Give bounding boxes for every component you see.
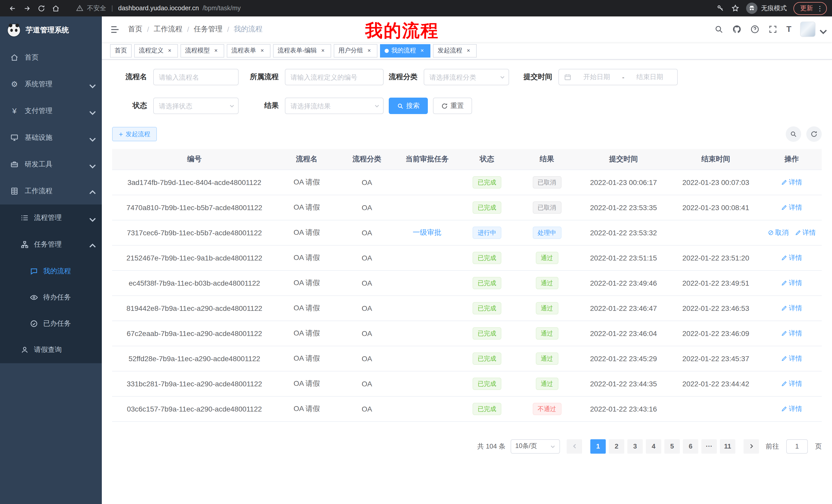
category-select[interactable] xyxy=(424,69,509,85)
page-size-select[interactable]: 10条/页 xyxy=(511,439,560,453)
browser-reload-icon[interactable] xyxy=(34,1,48,16)
workflow-submenu: 流程管理 任务管理 我的流程 待办任务 xyxy=(0,204,102,363)
current-task-link[interactable]: 一级审批 xyxy=(413,228,441,237)
sidebar-item-dev-tools[interactable]: 研发工具 xyxy=(0,151,102,178)
sidebar-item-task-management[interactable]: 任务管理 xyxy=(0,231,102,258)
sidebar-item-process-management[interactable]: 流程管理 xyxy=(0,204,102,231)
detail-link[interactable]: 详情 xyxy=(781,303,802,313)
hamburger-icon[interactable] xyxy=(110,24,120,34)
browser-home-icon[interactable] xyxy=(48,1,63,16)
avatar[interactable] xyxy=(800,22,815,37)
sidebar-item-payment[interactable]: ¥ 支付管理 xyxy=(0,97,102,124)
cell-process-id: 2152467e-7b9b-11ec-9a1b-acde48001122 xyxy=(112,245,277,270)
breadcrumb-item[interactable]: 工作流程 xyxy=(154,25,183,34)
detail-link[interactable]: 详情 xyxy=(781,329,802,338)
status-tag: 已完成 xyxy=(473,201,501,214)
help-icon[interactable] xyxy=(750,25,759,34)
breadcrumb-item[interactable]: 任务管理 xyxy=(194,25,223,34)
browser-forward-icon[interactable] xyxy=(20,1,34,16)
pager-page-5[interactable]: 5 xyxy=(665,439,680,453)
browser-back-icon[interactable] xyxy=(5,1,20,16)
tab-close-icon[interactable]: × xyxy=(366,47,373,54)
cell-process-id: 7470a810-7b9b-11ec-b5b7-acde48001122 xyxy=(112,195,277,220)
tab-home[interactable]: 首页 xyxy=(110,44,132,57)
tab-process-form-edit[interactable]: 流程表单-编辑× xyxy=(273,44,331,57)
cell-process-name: OA 请假 xyxy=(277,396,337,421)
pager-prev-button[interactable] xyxy=(567,439,582,453)
tab-process-form[interactable]: 流程表单× xyxy=(227,44,270,57)
gear-icon: ⚙ xyxy=(10,80,19,88)
tab-close-icon[interactable]: × xyxy=(419,47,426,54)
tab-close-icon[interactable]: × xyxy=(319,47,327,54)
sidebar-item-workflow[interactable]: 工作流程 xyxy=(0,178,102,204)
reset-button[interactable]: 重置 xyxy=(433,97,472,114)
detail-link[interactable]: 详情 xyxy=(781,379,802,388)
tags-view: 首页 流程定义× 流程模型× 流程表单× 流程表单-编辑× 用户分组× 我的流程… xyxy=(102,42,832,60)
fullscreen-icon[interactable] xyxy=(768,25,778,34)
search-button[interactable]: 搜索 xyxy=(389,97,428,114)
start-process-button[interactable]: + 发起流程 xyxy=(112,127,157,141)
password-key-icon[interactable] xyxy=(716,4,725,12)
col-category: 流程分类 xyxy=(337,149,397,170)
goto-page-input[interactable] xyxy=(786,439,808,453)
sidebar-item-infrastructure[interactable]: 基础设施 xyxy=(0,124,102,151)
status-select[interactable] xyxy=(153,97,239,114)
github-icon[interactable] xyxy=(732,25,742,34)
tab-process-model[interactable]: 流程模型× xyxy=(181,44,224,57)
sidebar-item-done-tasks[interactable]: 已办任务 xyxy=(0,310,102,337)
table-row: 331bc281-7b9a-11ec-a290-acde48001122OA 请… xyxy=(112,371,822,396)
cancel-link[interactable]: 取消 xyxy=(768,228,788,237)
pager-more-button[interactable]: ··· xyxy=(701,439,717,453)
tab-user-group[interactable]: 用户分组× xyxy=(334,44,378,57)
tab-close-icon[interactable]: × xyxy=(465,47,472,54)
tab-close-icon[interactable]: × xyxy=(166,47,173,54)
pager-page-11[interactable]: 11 xyxy=(720,439,735,453)
detail-link[interactable]: 详情 xyxy=(781,253,802,262)
sidebar-item-my-process[interactable]: 我的流程 xyxy=(0,258,102,284)
toggle-search-button[interactable] xyxy=(786,127,801,142)
search-icon[interactable] xyxy=(714,25,724,34)
tab-close-icon[interactable]: × xyxy=(212,47,219,54)
detail-link[interactable]: 详情 xyxy=(795,228,816,237)
result-select[interactable] xyxy=(285,97,384,114)
tab-process-definition[interactable]: 流程定义× xyxy=(134,44,178,57)
sidebar-item-system[interactable]: ⚙ 系统管理 xyxy=(0,71,102,97)
detail-link[interactable]: 详情 xyxy=(781,354,802,363)
tab-close-icon[interactable]: × xyxy=(259,47,266,54)
breadcrumb-item[interactable]: 首页 xyxy=(128,25,142,34)
process-name-input[interactable] xyxy=(153,69,239,85)
refresh-table-button[interactable] xyxy=(806,127,822,142)
caret-down-icon xyxy=(818,27,824,32)
detail-link[interactable]: 详情 xyxy=(781,203,802,212)
tab-start-process[interactable]: 发起流程× xyxy=(433,44,477,57)
app-logo[interactable]: 芋道管理系统 xyxy=(0,17,102,44)
bookmark-star-icon[interactable] xyxy=(731,4,739,12)
detail-link[interactable]: 详情 xyxy=(781,177,802,187)
pager-page-2[interactable]: 2 xyxy=(609,439,624,453)
pagination: 共 104 条 10条/页 123456···11 前往 页 xyxy=(112,439,822,469)
cell-actions: 详情 xyxy=(761,296,822,320)
col-process-name: 流程名 xyxy=(277,149,337,170)
filter-category: 流程分类 xyxy=(389,69,509,85)
pager-page-4[interactable]: 4 xyxy=(646,439,661,453)
tab-my-process[interactable]: 我的流程× xyxy=(380,44,431,57)
process-def-input[interactable] xyxy=(285,69,384,85)
detail-link[interactable]: 详情 xyxy=(781,404,802,413)
browser-menu-icon[interactable]: ⋮ xyxy=(816,5,823,11)
pager-page-6[interactable]: 6 xyxy=(683,439,698,453)
sidebar-item-todo-tasks[interactable]: 待办任务 xyxy=(0,284,102,310)
browser-update-button[interactable]: 更新 ⋮ xyxy=(794,2,827,15)
sidebar-item-home[interactable]: 首页 xyxy=(0,44,102,71)
pager-next-button[interactable] xyxy=(744,439,759,453)
date-range-picker[interactable]: 开始日期 - 结束日期 xyxy=(558,69,678,85)
font-size-icon[interactable]: T xyxy=(786,25,791,34)
cell-process-id: 331bc281-7b9a-11ec-a290-acde48001122 xyxy=(112,371,277,396)
pager-page-3[interactable]: 3 xyxy=(627,439,643,453)
detail-link[interactable]: 详情 xyxy=(781,278,802,287)
pager-page-1[interactable]: 1 xyxy=(590,439,606,453)
user-menu[interactable] xyxy=(800,22,824,37)
cell-submit-time: 2022-01-23 00:06:17 xyxy=(577,170,670,195)
field-label: 结果 xyxy=(250,101,279,110)
sidebar-item-leave-query[interactable]: 请假查询 xyxy=(0,337,102,363)
address-bar[interactable]: 不安全 | dashboard.yudao.iocoder.cn/bpm/tas… xyxy=(68,4,711,12)
